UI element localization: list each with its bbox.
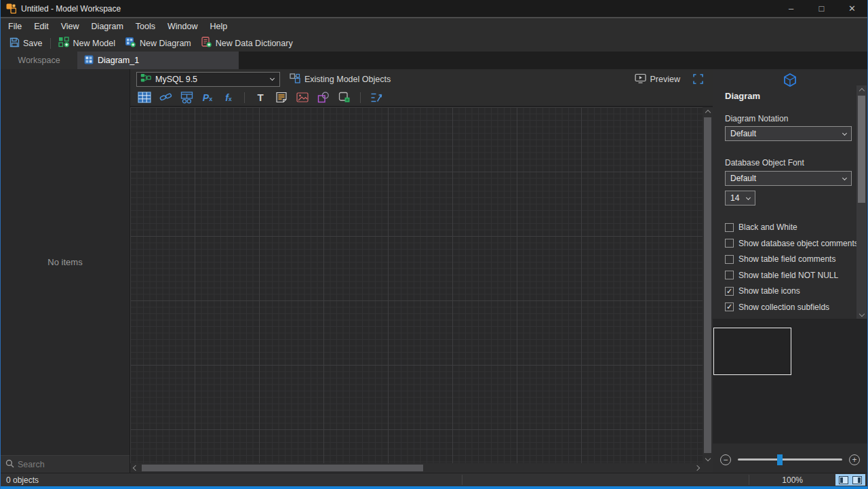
checkbox-show-db-object-comments[interactable]: Show database object comments xyxy=(725,239,859,248)
database-version-select[interactable]: MySQL 9.5 xyxy=(136,72,280,87)
status-divider xyxy=(749,475,749,485)
menu-help[interactable]: Help xyxy=(203,18,233,35)
zoom-slider[interactable] xyxy=(738,458,842,461)
checkbox-box[interactable] xyxy=(725,239,734,248)
checkbox-label: Show table field NOT NULL xyxy=(738,271,838,280)
new-foreign-key-tool-button[interactable] xyxy=(157,90,174,105)
status-divider xyxy=(462,475,462,485)
new-view-tool-button[interactable] xyxy=(178,90,195,105)
checkbox-show-collection-subfields[interactable]: Show collection subfields xyxy=(725,302,859,312)
new-procedure-tool-button[interactable]: Px xyxy=(199,90,216,105)
zoom-out-button[interactable]: − xyxy=(720,454,731,465)
search-box[interactable] xyxy=(1,455,130,473)
close-button[interactable]: ✕ xyxy=(837,0,867,17)
checkbox-show-table-field-not-null[interactable]: Show table field NOT NULL xyxy=(725,271,859,280)
fullscreen-button[interactable] xyxy=(690,72,706,87)
checkbox-label: Show table icons xyxy=(738,286,800,296)
display-options-list: Black and White Show database object com… xyxy=(725,222,859,312)
new-diagram-label: New Diagram xyxy=(140,39,191,48)
checkbox-box[interactable] xyxy=(725,255,734,264)
existing-model-objects-icon xyxy=(290,73,300,85)
maximize-button[interactable]: □ xyxy=(806,0,837,17)
database-version-value: MySQL 9.5 xyxy=(155,75,197,84)
panel-scroll-down-arrow[interactable] xyxy=(857,310,867,319)
menu-file[interactable]: File xyxy=(2,18,28,35)
minimize-button[interactable]: – xyxy=(776,0,806,17)
new-diagram-icon xyxy=(125,37,136,50)
model-type-icon xyxy=(140,73,151,85)
search-icon xyxy=(5,458,14,471)
zoom-slider-thumb[interactable] xyxy=(777,454,783,465)
tab-diagram-1[interactable]: Diagram_1 xyxy=(77,52,239,69)
diagram-toolbar-tools: Px fx T xyxy=(130,89,713,107)
menu-window[interactable]: Window xyxy=(161,18,203,35)
diagram-tab-icon xyxy=(84,55,94,66)
panel-scrollbar[interactable] xyxy=(856,85,867,319)
tab-workspace[interactable]: Workspace xyxy=(1,52,77,69)
object-font-label: Database Object Font xyxy=(725,158,804,168)
diagram-canvas[interactable] xyxy=(130,107,703,463)
new-layer-tool-button[interactable] xyxy=(336,90,353,105)
checkbox-show-table-icons[interactable]: Show table icons xyxy=(725,286,859,296)
tab-diagram-1-label: Diagram_1 xyxy=(98,56,139,65)
panel-scroll-up-arrow[interactable] xyxy=(857,85,867,94)
scroll-up-arrow[interactable] xyxy=(703,107,713,116)
new-data-dictionary-button[interactable]: New Data Dictionary xyxy=(196,36,298,51)
minimap-viewport[interactable] xyxy=(713,328,791,375)
panel-scrollbar-thumb[interactable] xyxy=(858,96,865,203)
menu-view[interactable]: View xyxy=(55,18,85,35)
preview-icon xyxy=(635,73,646,85)
menu-diagram[interactable]: Diagram xyxy=(85,18,130,35)
toolbar-separator xyxy=(50,38,51,49)
object-font-select[interactable]: Default xyxy=(725,171,852,186)
checkbox-black-and-white[interactable]: Black and White xyxy=(725,222,859,232)
tab-workspace-label: Workspace xyxy=(18,56,60,65)
new-label-tool-button[interactable]: T xyxy=(252,90,269,105)
vertical-scrollbar-thumb[interactable] xyxy=(704,117,711,453)
toggle-right-panel-button[interactable] xyxy=(852,476,862,484)
new-diagram-button[interactable]: New Diagram xyxy=(120,36,196,51)
new-shape-tool-button[interactable] xyxy=(315,90,332,105)
model-workspace-window: Untitled - Model Workspace – □ ✕ File Ed… xyxy=(0,0,868,489)
properties-panel: Diagram Diagram Notation Default Databas… xyxy=(713,69,867,473)
app-icon xyxy=(6,3,16,14)
zoom-level-value: 100% xyxy=(782,475,803,485)
scroll-down-arrow[interactable] xyxy=(703,454,713,463)
new-model-button[interactable]: New Model xyxy=(54,36,121,51)
new-data-dictionary-label: New Data Dictionary xyxy=(216,39,293,48)
horizontal-scrollbar[interactable] xyxy=(130,463,703,473)
diagram-cube-icon xyxy=(783,73,797,89)
scroll-right-arrow[interactable] xyxy=(693,464,703,473)
menu-edit[interactable]: Edit xyxy=(28,18,55,35)
search-input[interactable] xyxy=(18,460,127,469)
horizontal-scrollbar-thumb[interactable] xyxy=(142,465,423,471)
existing-model-objects-button[interactable]: Existing Model Objects xyxy=(290,73,391,85)
new-note-tool-button[interactable] xyxy=(273,90,290,105)
checkbox-show-table-field-comments[interactable]: Show table field comments xyxy=(725,254,859,264)
checkbox-label: Show collection subfields xyxy=(738,302,829,312)
checkbox-box[interactable] xyxy=(725,287,734,296)
checkbox-box[interactable] xyxy=(725,271,734,279)
checkbox-box[interactable] xyxy=(725,223,734,232)
chevron-down-icon xyxy=(842,130,847,135)
scroll-left-arrow[interactable] xyxy=(130,464,140,473)
existing-model-objects-label: Existing Model Objects xyxy=(304,75,391,84)
save-button[interactable]: Save xyxy=(5,36,47,51)
diagram-notation-select[interactable]: Default xyxy=(725,126,852,141)
diagram-area: MySQL 9.5 Existing Model Objects Preview xyxy=(130,69,713,473)
new-image-tool-button[interactable] xyxy=(294,90,311,105)
preview-button[interactable]: Preview xyxy=(635,73,680,85)
checkbox-box[interactable] xyxy=(725,302,734,311)
menu-tools[interactable]: Tools xyxy=(130,18,161,35)
auto-layout-button[interactable] xyxy=(368,90,384,105)
vertical-scrollbar[interactable] xyxy=(703,107,713,463)
zoom-in-button[interactable]: + xyxy=(849,454,860,465)
new-function-tool-button[interactable]: fx xyxy=(220,90,237,105)
new-table-tool-button[interactable] xyxy=(136,90,153,105)
overview-minimap[interactable] xyxy=(713,319,867,444)
scrollbar-corner xyxy=(703,463,713,473)
toggle-left-panel-button[interactable] xyxy=(839,476,848,484)
new-model-label: New Model xyxy=(73,39,116,48)
diagram-notation-value: Default xyxy=(730,129,756,138)
font-size-select[interactable]: 14 xyxy=(725,191,755,206)
